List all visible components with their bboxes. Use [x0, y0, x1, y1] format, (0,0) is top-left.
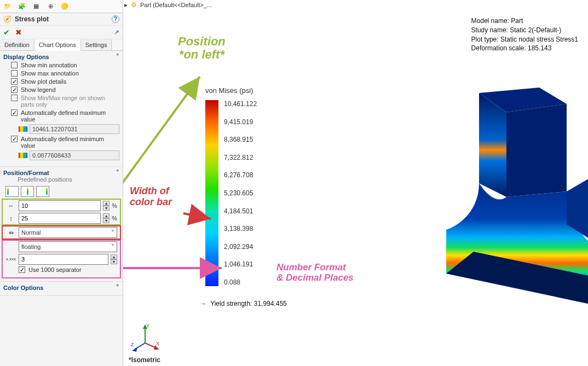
percent-unit: % — [112, 215, 117, 222]
tick: 8,368.915 — [224, 136, 257, 143]
tab-chart-options[interactable]: Chart Options — [34, 39, 81, 51]
show-legend-checkbox[interactable] — [11, 86, 18, 93]
view-triad[interactable]: Y X Z — [130, 321, 160, 353]
config-manager-icon[interactable]: ▦ — [32, 2, 41, 11]
color-options-header[interactable]: Color Options ˅ — [3, 284, 119, 291]
cancel-icon[interactable]: ✖ — [15, 28, 22, 37]
graphics-area[interactable]: ▸ ⚙ Part (Default<<Default>_... Model na… — [123, 0, 588, 366]
predef-position-buttons — [5, 186, 119, 197]
minmax-range-checkbox — [11, 95, 18, 101]
max-value-row: 10461.12207031 — [19, 124, 119, 134]
breadcrumb-text[interactable]: Part (Default<<Default>_... — [140, 2, 212, 8]
svg-marker-13 — [132, 347, 137, 352]
annot-numfmt: Number Format & Decimal Places — [276, 263, 354, 283]
tick: 1,046.191 — [224, 260, 257, 268]
min-value-field: 0.0877608433 — [30, 150, 119, 160]
breadcrumb-arrow-icon[interactable]: ▸ — [124, 1, 128, 9]
legend-body: 10,461.122 9,415.019 8,368.915 7,322.812… — [205, 100, 257, 286]
info-plottype: Plot type: Static nodal stress Stress1 — [471, 35, 578, 44]
legend-colorbar — [205, 100, 218, 286]
svg-text:X: X — [156, 341, 159, 346]
min-value-row: 0.0877608433 — [19, 150, 119, 160]
width-group-highlight: ⇔ Normal ˅ — [3, 227, 119, 238]
show-plot-details-checkbox[interactable] — [11, 78, 18, 85]
options-scroll: Display Options ˄ Show min annotation Sh… — [0, 51, 123, 366]
width-select[interactable]: Normal ˅ — [19, 227, 117, 238]
chevron-up-icon: ˄ — [116, 53, 119, 60]
x-position-input[interactable] — [19, 200, 101, 211]
use-1000-sep-row[interactable]: Use 1000 separator — [19, 266, 119, 273]
y-position-spinner[interactable]: ▲▼ — [103, 213, 109, 223]
auto-max-row[interactable]: Automatically defined maximum value — [11, 109, 119, 123]
pos-left-button[interactable] — [5, 186, 19, 197]
svg-text:Y: Y — [146, 323, 149, 329]
legend-ticks: 10,461.122 9,415.019 8,368.915 7,322.812… — [224, 100, 257, 286]
show-min-checkbox[interactable] — [11, 62, 18, 68]
annot-position: Position *on left* — [178, 35, 226, 61]
pos-right-button[interactable] — [36, 186, 49, 197]
tab-definition[interactable]: Definition — [0, 39, 34, 50]
feature-tree-icon[interactable]: 📁 — [3, 2, 12, 11]
info-model: Model name: Part — [471, 16, 578, 26]
info-deform: Deformation scale: 185.143 — [471, 44, 578, 53]
y-position-input[interactable] — [19, 213, 101, 224]
breadcrumb: ▸ ⚙ Part (Default<<Default>_... — [124, 1, 212, 9]
display-options-section: Display Options ˄ Show min annotation Sh… — [0, 51, 123, 167]
use-1000-sep-checkbox[interactable] — [19, 266, 25, 273]
show-min-row[interactable]: Show min annotation — [11, 62, 119, 68]
auto-max-checkbox[interactable] — [11, 109, 18, 116]
show-legend-row[interactable]: Show legend — [11, 86, 119, 93]
confirm-row: ✔ ✖ ↗ — [0, 26, 123, 39]
auto-min-row[interactable]: Automatically defined minimum value — [11, 136, 119, 149]
tick: 3,138.398 — [224, 225, 257, 233]
fea-result-part[interactable] — [430, 88, 588, 323]
display-options-header[interactable]: Display Options ˄ — [3, 53, 119, 60]
show-plot-details-row[interactable]: Show plot details — [11, 78, 119, 85]
chevron-down-icon: ˅ — [111, 229, 114, 236]
legend-title: von Mises (psi) — [205, 86, 257, 95]
part-icon: ⚙ — [131, 1, 137, 9]
tab-settings[interactable]: Settings — [81, 39, 112, 50]
ok-icon[interactable]: ✔ — [3, 28, 10, 37]
yield-strength-row: → Yield strength: 31,994.455 — [200, 300, 287, 307]
legend-width-icon: ⇔ — [5, 228, 16, 237]
svg-marker-2 — [506, 104, 567, 197]
x-position-row: ↔ ▲▼ % — [5, 200, 117, 211]
width-row: ⇔ Normal ˅ — [5, 227, 117, 238]
panel-title: Stress plot — [15, 15, 49, 23]
feature-manager-tabs: 📁 🧩 ▦ ⊕ 🟡 — [0, 0, 123, 13]
pin-icon[interactable]: ↗ — [114, 28, 119, 36]
tick: 5,230.605 — [224, 189, 257, 197]
sub-tabs: Definition Chart Options Settings — [0, 39, 123, 51]
max-value-field: 10461.12207031 — [30, 124, 119, 134]
svg-line-15 — [123, 77, 200, 197]
help-icon[interactable]: ? — [112, 15, 119, 23]
chevron-down-icon: ˅ — [111, 243, 114, 251]
tick: 10,461.122 — [224, 100, 257, 108]
annot-width: Width of color bar — [130, 186, 172, 208]
position-format-header[interactable]: Position/Format ˄ — [3, 169, 119, 176]
decimals-spinner[interactable]: ▲▼ — [111, 254, 117, 264]
dimxpert-icon[interactable]: ⊕ — [46, 2, 55, 11]
legend-y-icon: ↕ — [5, 213, 16, 223]
legend[interactable]: von Mises (psi) 10,461.122 9,415.019 8,3… — [205, 86, 257, 286]
show-max-row[interactable]: Show max annotation — [11, 70, 119, 77]
info-study: Study name: Static 2(-Default-) — [471, 26, 578, 35]
y-position-row: ↕ ▲▼ % — [5, 213, 117, 224]
decimals-input[interactable] — [19, 254, 108, 265]
number-format-select[interactable]: floating ˅ — [19, 241, 117, 252]
x-position-spinner[interactable]: ▲▼ — [103, 201, 109, 211]
auto-min-checkbox[interactable] — [11, 136, 18, 142]
view-name-label: *Isometric — [129, 356, 160, 364]
pos-center-button[interactable] — [21, 186, 34, 197]
tick: 6,276.708 — [224, 171, 257, 179]
display-manager-icon[interactable]: 🟡 — [60, 2, 69, 11]
panel-title-row: 🧭 Stress plot ? — [0, 13, 123, 26]
property-manager-icon[interactable]: 🧩 — [18, 2, 26, 11]
decimals-row: x.xxx ▲▼ — [5, 254, 117, 265]
show-max-checkbox[interactable] — [11, 70, 18, 77]
tick: 0.088 — [224, 278, 257, 286]
minmax-range-row: Show Min/Max range on shown parts only — [11, 95, 119, 108]
stress-plot-icon: 🧭 — [3, 15, 11, 23]
predef-label: Predefined positions — [18, 176, 119, 183]
